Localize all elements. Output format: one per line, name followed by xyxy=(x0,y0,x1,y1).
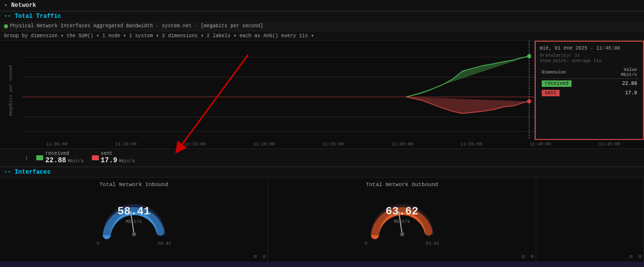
gauge-inbound-max: 58.41 xyxy=(157,241,171,246)
sent-badge: sent xyxy=(542,90,560,96)
filter-text: Group by dimension ▾ the SUM() ▾ 1 node … xyxy=(4,33,314,39)
gauge-outbound-unit: Mbit/s xyxy=(394,219,410,224)
gauge-third-panel: ⚙ ⊞ xyxy=(536,178,644,262)
received-label: received xyxy=(45,151,83,156)
time-label-6: 11:30:00 xyxy=(368,142,437,147)
gauge-outbound-panel: Total Network Outbound 63.62 Mbit/s 0 63… xyxy=(268,178,536,262)
tooltip-row-sent: sent xyxy=(540,88,602,98)
gauges-row: Total Network Inbound 58.41 Mbit/s 0 58.… xyxy=(0,177,644,262)
tooltip-th-value: Value Mbit/s xyxy=(602,67,639,79)
sent-unit: Mbit/s xyxy=(119,159,135,164)
total-traffic-header: -- Total Traffic xyxy=(0,11,644,21)
gauge-inbound-scale: 0 58.41 xyxy=(97,241,171,246)
svg-point-13 xyxy=(527,54,531,59)
gauge-outbound-scale: 0 63.62 xyxy=(365,241,439,246)
gauge-outbound-min: 0 xyxy=(365,241,367,246)
time-label-4: 11:20:00 xyxy=(229,142,298,147)
tooltip-row-received: received xyxy=(540,79,602,89)
gauge-outbound-max: 63.62 xyxy=(426,241,439,246)
gauge-outbound-value: 63.62 xyxy=(385,205,418,218)
network-header: - Network xyxy=(0,0,644,11)
gauge-third-expand-icon[interactable]: ⊞ xyxy=(630,254,633,260)
tooltip-viewpoint: View point: average 11s xyxy=(540,59,639,64)
chart-area: megabits per second 20 10 0 -10 -20 xyxy=(0,41,644,140)
svg-point-19 xyxy=(400,232,404,236)
svg-point-14 xyxy=(527,99,531,104)
down-arrow-icon: ↓ xyxy=(25,154,28,161)
tooltip-table: Dimension Value Mbit/s received 22.88 xyxy=(540,67,639,98)
received-badge: received xyxy=(542,80,572,87)
gauge-inbound-container: 58.41 Mbit/s xyxy=(97,191,171,240)
gauge-inbound-panel: Total Network Inbound 58.41 Mbit/s 0 58.… xyxy=(0,178,268,262)
sent-color-swatch xyxy=(92,155,99,160)
sent-value: 17.9 xyxy=(101,156,118,164)
gauge-third-settings-icon[interactable]: ⚙ xyxy=(638,253,642,260)
gauge-inbound-expand-icon[interactable]: ⊞ xyxy=(254,254,257,260)
svg-marker-10 xyxy=(406,56,529,97)
gauge-outbound-expand-icon[interactable]: ⊞ xyxy=(522,254,525,260)
chart-canvas: 20 10 0 -10 -20 xyxy=(22,41,534,140)
time-label-8: 11:40:00 xyxy=(506,142,575,147)
legend-sent: sent 17.9 Mbit/s xyxy=(92,151,135,164)
time-axis: 11:05:00 11:10:00 11:15:00 11:20:00 11:2… xyxy=(0,140,644,149)
gauge-inbound-min: 0 xyxy=(97,241,99,246)
time-label-5: 11:25:00 xyxy=(298,142,367,147)
received-color-swatch xyxy=(36,155,43,160)
tooltip-granularity: Granularity: 1s xyxy=(540,53,639,58)
tooltip-value-sent: 17.9 xyxy=(602,88,639,98)
gauge-outbound-settings-icon[interactable]: ⚙ xyxy=(530,253,534,260)
chart-meta-bar: Physical Network Interfaces Aggregated B… xyxy=(0,21,644,31)
gauge-inbound-value: 58.41 xyxy=(117,205,150,218)
gauge-outbound-title: Total Network Outbound xyxy=(366,182,438,188)
legend-bar: ↓ received 22.88 Mbit/s sent 17.9 Mbit/s xyxy=(0,149,644,167)
time-label-3: 11:15:00 xyxy=(160,142,229,147)
tooltip-panel: mié, 01 ene 2025 · 11:46:08 Granularity:… xyxy=(535,41,644,140)
chart-description: Physical Network Interfaces Aggregated B… xyxy=(10,23,263,29)
y-axis-label: megabits per second xyxy=(8,65,13,116)
legend-dot-icon xyxy=(4,24,8,28)
tooltip-value-received: 22.88 xyxy=(602,79,639,89)
interfaces-header: -- Interfaces xyxy=(0,167,644,177)
svg-point-16 xyxy=(132,232,136,236)
gauge-outbound-container: 63.62 Mbit/s xyxy=(365,191,439,240)
time-label-9: 11:45:00 xyxy=(575,142,644,147)
time-label-1: 11:05:00 xyxy=(22,142,91,147)
time-label-2: 11:10:00 xyxy=(91,142,160,147)
received-unit: Mbit/s xyxy=(68,159,83,164)
time-label-7: 11:35:00 xyxy=(437,142,506,147)
tooltip-th-dimension: Dimension xyxy=(540,67,602,79)
gauge-inbound-unit: Mbit/s xyxy=(126,219,142,224)
legend-received: received 22.88 Mbit/s xyxy=(36,151,83,164)
filter-bar[interactable]: Group by dimension ▾ the SUM() ▾ 1 node … xyxy=(0,31,644,41)
tooltip-timestamp: mié, 01 ene 2025 · 11:46:08 xyxy=(540,46,639,51)
gauge-inbound-title: Total Network Inbound xyxy=(99,182,168,188)
chart-main: megabits per second 20 10 0 -10 -20 xyxy=(0,41,535,140)
sent-label: sent xyxy=(101,151,135,156)
svg-marker-11 xyxy=(406,97,529,113)
gauge-inbound-settings-icon[interactable]: ⚙ xyxy=(262,253,266,260)
received-value: 22.88 xyxy=(45,156,66,164)
